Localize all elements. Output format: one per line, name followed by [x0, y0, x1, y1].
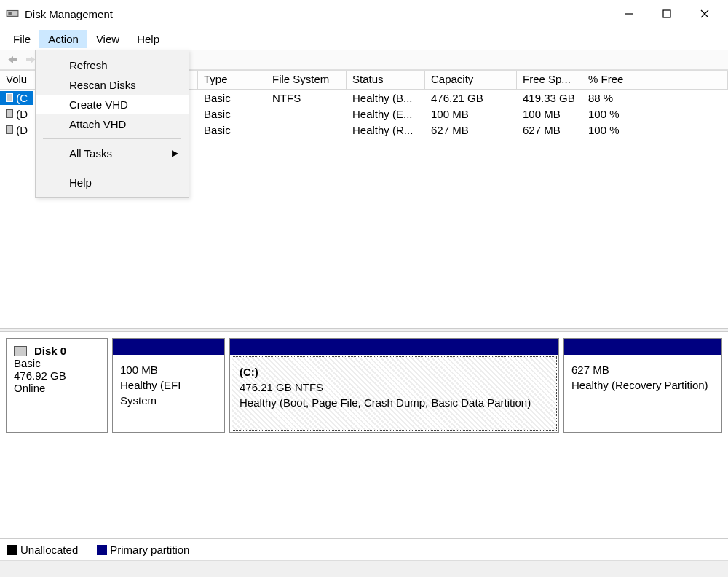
vol-free: 419.33 GB [517, 91, 582, 105]
vol-type: Basic [198, 123, 266, 137]
legend-primary-label: Primary partition [110, 543, 189, 556]
menu-view[interactable]: View [87, 30, 128, 48]
legend-unallocated-label: Unallocated [20, 543, 78, 556]
disk-row: Disk 0 Basic 476.92 GB Online 100 MB Hea… [6, 338, 722, 433]
vol-name: (C [16, 92, 28, 104]
disk-name-label: Disk 0 [34, 345, 66, 357]
volume-icon [6, 125, 13, 134]
vol-free: 627 MB [517, 123, 582, 137]
legend: Unallocated Primary partition [0, 538, 728, 560]
menu-action[interactable]: Action [39, 30, 87, 48]
swatch-unallocated [7, 545, 17, 555]
col-fs[interactable]: File System [266, 71, 347, 90]
svg-rect-3 [663, 10, 670, 17]
swatch-primary [97, 545, 107, 555]
dd-refresh[interactable]: Refresh [36, 55, 189, 75]
vol-free: 100 MB [517, 107, 582, 121]
vol-type: Basic [198, 91, 266, 105]
close-button[interactable] [695, 4, 715, 24]
vol-name: (D [16, 124, 28, 136]
menu-file[interactable]: File [4, 30, 39, 48]
col-extra[interactable] [668, 71, 728, 90]
vol-status: Healthy (R... [347, 123, 425, 137]
part-size: 627 MB [571, 362, 714, 377]
partition-header [230, 339, 558, 355]
vol-pct: 100 % [582, 107, 668, 121]
disk-panel: Disk 0 Basic 476.92 GB Online 100 MB Hea… [0, 332, 728, 538]
col-free[interactable]: Free Sp... [517, 71, 582, 90]
part-desc: Healthy (EFI System [120, 377, 217, 408]
col-pct[interactable]: % Free [582, 71, 668, 90]
titlebar: Disk Management [0, 0, 728, 28]
part-desc: Healthy (Recovery Partition) [571, 377, 714, 393]
disk-size: 476.92 GB [14, 369, 100, 382]
vol-status: Healthy (E... [347, 107, 425, 121]
vol-fs [266, 129, 347, 130]
dd-create-vhd[interactable]: Create VHD [36, 95, 189, 114]
volume-icon [6, 109, 13, 118]
dd-help[interactable]: Help [36, 173, 189, 192]
vol-name: (D [16, 108, 28, 120]
vol-cap: 627 MB [425, 123, 517, 137]
app-icon [6, 7, 19, 20]
part-size: 100 MB [120, 362, 217, 377]
legend-unallocated: Unallocated [7, 543, 85, 556]
dd-separator-2 [43, 168, 181, 168]
vol-cap: 476.21 GB [425, 91, 517, 105]
dd-all-tasks-label: All Tasks [69, 147, 112, 160]
part-title: (C:) [240, 364, 549, 380]
part-size: 476.21 GB NTFS [240, 380, 549, 395]
svg-rect-1 [8, 12, 12, 15]
col-type[interactable]: Type [198, 71, 266, 90]
disk-info[interactable]: Disk 0 Basic 476.92 GB Online [6, 338, 108, 433]
partition-header [564, 339, 721, 355]
menu-help[interactable]: Help [128, 30, 168, 48]
dd-separator [43, 138, 181, 139]
back-button[interactable] [4, 52, 20, 68]
dd-attach-vhd[interactable]: Attach VHD [36, 114, 189, 134]
vol-fs [266, 113, 347, 114]
vol-pct: 100 % [582, 123, 668, 137]
svg-rect-6 [12, 58, 17, 61]
partition-header [113, 339, 224, 355]
vol-cap: 100 MB [425, 107, 517, 121]
window-controls [619, 4, 722, 24]
chevron-right-icon: ▶ [172, 148, 178, 158]
vol-type: Basic [198, 107, 266, 121]
maximize-button[interactable] [657, 4, 677, 24]
minimize-button[interactable] [619, 4, 639, 24]
part-desc: Healthy (Boot, Page File, Crash Dump, Ba… [240, 395, 549, 410]
col-capacity[interactable]: Capacity [425, 71, 517, 90]
statusbar [0, 560, 728, 577]
menubar: File Action View Help [0, 28, 728, 50]
dd-rescan[interactable]: Rescan Disks [36, 75, 189, 95]
disk-type: Basic [14, 357, 100, 369]
dd-all-tasks[interactable]: All Tasks▶ [36, 144, 189, 163]
disk-state: Online [14, 382, 100, 394]
col-status[interactable]: Status [347, 71, 425, 90]
col-volume[interactable]: Volu [0, 71, 33, 90]
partition[interactable]: 100 MB Healthy (EFI System [112, 338, 225, 433]
vol-fs: NTFS [266, 91, 347, 105]
action-dropdown: Refresh Rescan Disks Create VHD Attach V… [35, 50, 189, 198]
volume-icon [6, 93, 13, 102]
svg-rect-7 [26, 58, 31, 61]
vol-pct: 88 % [582, 91, 668, 105]
vol-status: Healthy (B... [347, 91, 425, 105]
disk-partitions: 100 MB Healthy (EFI System (C:) 476.21 G… [108, 338, 722, 433]
window-title: Disk Management [25, 8, 619, 20]
legend-primary: Primary partition [97, 543, 197, 556]
partition[interactable]: 627 MB Healthy (Recovery Partition) [563, 338, 722, 433]
partition[interactable]: (C:) 476.21 GB NTFS Healthy (Boot, Page … [229, 338, 559, 433]
disk-icon [14, 346, 27, 356]
